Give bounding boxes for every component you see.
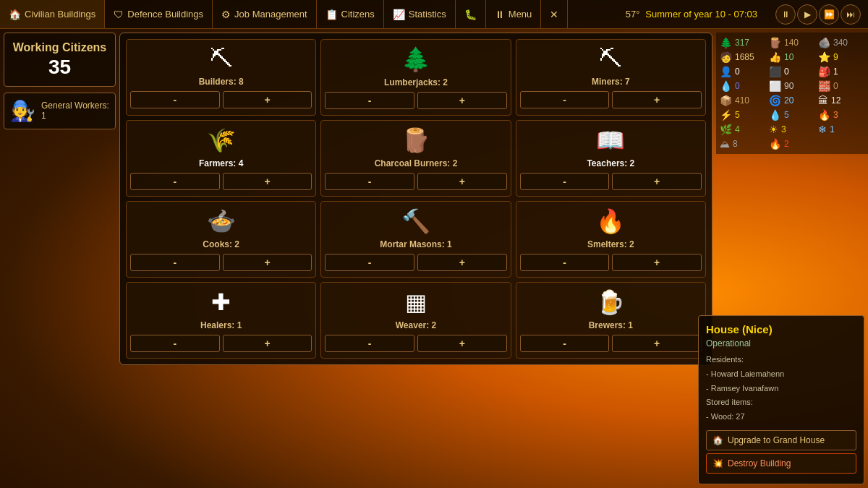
stat-icon: 🏛: [818, 95, 828, 106]
lumberjacks-plus-button[interactable]: +: [417, 92, 507, 109]
stat-icon: ⚡: [720, 109, 732, 121]
smelters-icon: 🔥: [596, 207, 625, 235]
miners-minus-button[interactable]: -: [520, 91, 610, 108]
stat-value: 0: [735, 81, 740, 91]
upgrade-button[interactable]: 🏠 Upgrade to Grand House: [706, 430, 856, 450]
stat-icon: ⬜: [769, 80, 781, 92]
stat-icon: ⛰: [720, 138, 730, 150]
cooks-minus-button[interactable]: -: [130, 254, 220, 271]
masons-controls: -+: [325, 254, 506, 271]
stat-icon: 🌿: [720, 124, 732, 135]
destroy-label: Destroy Building: [728, 458, 791, 468]
weavers-icon: ▦: [405, 288, 427, 316]
farmers-minus-button[interactable]: -: [130, 173, 220, 190]
farmers-plus-button[interactable]: +: [223, 173, 312, 190]
tab-defence-buildings[interactable]: 🛡 Defence Buildings: [105, 0, 213, 28]
stat-icon: ⭐: [818, 51, 830, 63]
charcoal-icon: 🪵: [401, 127, 430, 154]
job-cell-weavers: ▦Weaver: 2-+: [320, 282, 511, 359]
stat-icon: 👤: [720, 66, 732, 77]
healers-controls: -+: [130, 335, 312, 352]
lumberjacks-minus-button[interactable]: -: [325, 92, 414, 109]
tab-statistics[interactable]: 📈 Statistics: [384, 0, 456, 28]
teachers-minus-button[interactable]: -: [520, 173, 610, 190]
job-icon: ⚙: [221, 9, 231, 20]
charcoal-minus-button[interactable]: -: [325, 173, 414, 190]
stat-icon: ☀: [769, 124, 778, 135]
brewers-minus-button[interactable]: -: [520, 335, 610, 352]
lumberjacks-controls: -+: [325, 92, 506, 109]
stat-value: 90: [784, 81, 793, 91]
stat-icon: 🪨: [818, 37, 830, 48]
stat-item: ⭐9: [818, 51, 864, 64]
healers-minus-button[interactable]: -: [130, 335, 220, 352]
right-stats-panel: 🌲317🪵140🪨340🧑1685👍10⭐9👤0⬛0🎒1💧0⬜90🧱0📦410🌀…: [716, 33, 868, 154]
masons-minus-button[interactable]: -: [325, 254, 414, 271]
stat-value: 8: [733, 139, 738, 149]
destroy-button[interactable]: 💥 Destroy Building: [706, 453, 856, 474]
fast-forward-button[interactable]: ⏩: [819, 4, 839, 25]
tab-citizens[interactable]: 📋 Citizens: [317, 0, 384, 28]
miners-label: Miners: 7: [592, 77, 630, 87]
weavers-plus-button[interactable]: +: [417, 335, 507, 352]
stat-item: 🧱0: [818, 80, 864, 93]
builders-minus-button[interactable]: -: [130, 91, 220, 108]
destroy-icon: 💥: [712, 458, 723, 468]
stat-item: 👤0: [720, 65, 766, 78]
brewers-label: Brewers: 1: [589, 320, 633, 330]
stat-icon: 📦: [720, 95, 732, 106]
smelters-controls: -+: [520, 254, 702, 271]
stat-item: 💧0: [720, 80, 766, 93]
stat-value: 1685: [735, 52, 754, 62]
charcoal-controls: -+: [325, 173, 506, 190]
house-info-panel: House (Nice) Operational Residents: - Ho…: [698, 315, 864, 484]
masons-plus-button[interactable]: +: [417, 254, 507, 271]
healers-plus-button[interactable]: +: [223, 335, 312, 352]
stat-item: 🪵140: [769, 36, 815, 49]
charcoal-plus-button[interactable]: +: [417, 173, 507, 190]
stat-value: 410: [735, 95, 749, 106]
stat-icon: 🔥: [818, 109, 830, 121]
cooks-icon: 🍲: [207, 207, 236, 235]
general-workers-box[interactable]: 🧑‍🔧 General Workers: 1: [4, 93, 116, 129]
tab-menu[interactable]: ⏸ Menu: [486, 0, 542, 28]
upgrade-label: Upgrade to Grand House: [728, 435, 825, 445]
general-workers-label: General Workers: 1: [41, 100, 109, 121]
tab-civilian-label: Civilian Buildings: [25, 9, 95, 20]
stat-icon: ❄: [818, 124, 827, 135]
menu-icon: ⏸: [495, 9, 505, 20]
builders-plus-button[interactable]: +: [223, 91, 312, 108]
stat-item: ☀3: [769, 123, 815, 136]
close-icon: ✕: [550, 9, 558, 20]
topbar-info: 57° Summer of year 10 - 07:03: [615, 9, 768, 20]
civilian-icon: 🏠: [9, 9, 21, 20]
pause-button[interactable]: ⏸: [775, 4, 796, 25]
bug-icon: 🐛: [464, 9, 477, 20]
smelters-minus-button[interactable]: -: [520, 254, 610, 271]
stat-item: ⬜90: [769, 80, 815, 93]
play-button[interactable]: ▶: [797, 4, 817, 25]
brewers-plus-button[interactable]: +: [612, 335, 702, 352]
stat-item: 🏛12: [818, 94, 864, 107]
cooks-plus-button[interactable]: +: [223, 254, 312, 271]
citizens-icon: 📋: [326, 9, 338, 20]
topbar: 🏠 Civilian Buildings 🛡 Defence Buildings…: [0, 0, 868, 29]
smelters-plus-button[interactable]: +: [612, 254, 702, 271]
farmers-label: Farmers: 4: [199, 158, 243, 168]
tab-bug[interactable]: 🐛: [456, 0, 486, 28]
faster-button[interactable]: ⏭: [841, 4, 861, 25]
cooks-label: Cooks: 2: [203, 239, 239, 249]
teachers-plus-button[interactable]: +: [612, 173, 702, 190]
stat-item: ⛰8: [720, 137, 766, 150]
miners-plus-button[interactable]: +: [612, 91, 702, 108]
tab-civilian-buildings[interactable]: 🏠 Civilian Buildings: [0, 0, 105, 28]
tab-job-management[interactable]: ⚙ Job Management: [213, 0, 316, 28]
job-cell-lumberjacks: 🌲Lumberjacks: 2-+: [320, 39, 511, 116]
healers-label: Healers: 1: [200, 320, 242, 330]
charcoal-label: Charcoal Burners: 2: [375, 158, 458, 168]
stat-item: 👍10: [769, 51, 815, 64]
farmers-icon: 🌾: [207, 127, 236, 154]
weavers-minus-button[interactable]: -: [325, 335, 414, 352]
main-panel: ⛏Builders: 8-+🌲Lumberjacks: 2-+⛏Miners: …: [119, 33, 712, 365]
tab-close[interactable]: ✕: [541, 0, 568, 28]
